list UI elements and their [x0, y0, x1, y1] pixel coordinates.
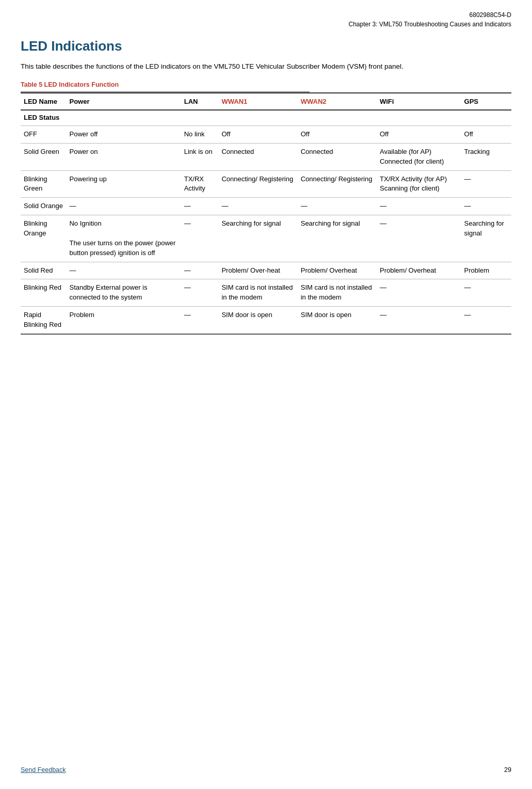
cell-wwan1: Problem/ Over-heat: [218, 262, 297, 279]
cell-wifi: Problem/ Overheat: [377, 262, 461, 279]
cell-wwan1: Off: [218, 126, 297, 144]
cell-power: No Ignition The user turns on the power …: [66, 215, 181, 262]
doc-header: 6802988C54-D Chapter 3: VML750 Troublesh…: [21, 10, 511, 29]
col-header-lan: LAN: [181, 93, 219, 110]
col-header-wwan1: WWAN1: [218, 93, 297, 110]
cell-wwan2: Problem/ Overheat: [298, 262, 377, 279]
cell-lan: —: [181, 307, 219, 334]
cell-wwan1: SIM door is open: [218, 307, 297, 334]
cell-wwan2: Off: [298, 126, 377, 144]
cell-wifi: Available (for AP) Connected (for client…: [377, 143, 461, 170]
footer: Send Feedback 29: [21, 766, 511, 774]
cell-wwan2: —: [298, 198, 377, 215]
cell-wwan2: SIM door is open: [298, 307, 377, 334]
table-row: OFFPower offNo linkOffOffOffOff: [21, 126, 511, 144]
cell-power: Power on: [66, 143, 181, 170]
cell-power: Standby External power is connected to t…: [66, 279, 181, 307]
cell-wwan1: —: [218, 198, 297, 215]
table-row: Rapid Blinking RedProblem—SIM door is op…: [21, 307, 511, 334]
page-title: LED Indications: [21, 38, 511, 54]
cell-lan: Link is on: [181, 143, 219, 170]
cell-wifi: —: [377, 198, 461, 215]
cell-gps: —: [461, 279, 511, 307]
cell-gps: Searching for signal: [461, 215, 511, 262]
cell-gps: Tracking: [461, 143, 511, 170]
table-row: Blinking GreenPowering upTX/RX ActivityC…: [21, 170, 511, 198]
cell-lan: —: [181, 198, 219, 215]
cell-wifi: TX/RX Activity (for AP) Scanning (for cl…: [377, 170, 461, 198]
table-row: Blinking OrangeNo Ignition The user turn…: [21, 215, 511, 262]
cell-lan: No link: [181, 126, 219, 144]
cell-led_name: OFF: [21, 126, 66, 144]
led-status-label: LED Status: [21, 110, 511, 125]
cell-led_name: Solid Red: [21, 262, 66, 279]
cell-power: Powering up: [66, 170, 181, 198]
cell-wifi: —: [377, 307, 461, 334]
cell-wwan1: SIM card is not installed in the modem: [218, 279, 297, 307]
send-feedback-link[interactable]: Send Feedback: [21, 766, 66, 774]
cell-wwan2: Searching for signal: [298, 215, 377, 262]
cell-lan: TX/RX Activity: [181, 170, 219, 198]
col-header-led-name: LED Name: [21, 93, 66, 110]
cell-wwan1: Searching for signal: [218, 215, 297, 262]
col-header-wwan2: WWAN2: [298, 93, 377, 110]
cell-wifi: Off: [377, 126, 461, 144]
cell-led_name: Blinking Red: [21, 279, 66, 307]
doc-chapter: Chapter 3: VML750 Troubleshooting Causes…: [348, 21, 511, 28]
cell-power: —: [66, 262, 181, 279]
cell-led_name: Solid Green: [21, 143, 66, 170]
led-status-row: LED Status: [21, 110, 511, 125]
led-indicators-table: LED Name Power LAN WWAN1 WWAN2 WiFi GPS …: [21, 92, 511, 335]
table-caption: Table 5 LED Indicators Function: [21, 81, 511, 88]
cell-gps: —: [461, 198, 511, 215]
cell-led_name: Blinking Green: [21, 170, 66, 198]
col-header-gps: GPS: [461, 93, 511, 110]
doc-id: 6802988C54-D: [470, 11, 511, 19]
cell-power: Power off: [66, 126, 181, 144]
table-header-row: LED Name Power LAN WWAN1 WWAN2 WiFi GPS: [21, 93, 511, 110]
table-row: Blinking RedStandby External power is co…: [21, 279, 511, 307]
page-number: 29: [504, 766, 511, 774]
cell-wwan2: SIM card is not installed in the modem: [298, 279, 377, 307]
cell-gps: Off: [461, 126, 511, 144]
cell-wwan2: Connecting/ Registering: [298, 170, 377, 198]
cell-led_name: Rapid Blinking Red: [21, 307, 66, 334]
intro-text: This table describes the functions of th…: [21, 61, 511, 72]
cell-wwan1: Connecting/ Registering: [218, 170, 297, 198]
cell-led_name: Blinking Orange: [21, 215, 66, 262]
cell-gps: —: [461, 307, 511, 334]
table-row: Solid GreenPower onLink is onConnectedCo…: [21, 143, 511, 170]
cell-power: Problem: [66, 307, 181, 334]
cell-power: —: [66, 198, 181, 215]
table-row: Solid Orange——————: [21, 198, 511, 215]
cell-wifi: —: [377, 279, 461, 307]
cell-lan: —: [181, 215, 219, 262]
cell-gps: Problem: [461, 262, 511, 279]
cell-gps: —: [461, 170, 511, 198]
table-row: Solid Red——Problem/ Over-heatProblem/ Ov…: [21, 262, 511, 279]
col-header-wifi: WiFi: [377, 93, 461, 110]
cell-lan: —: [181, 262, 219, 279]
cell-wwan2: Connected: [298, 143, 377, 170]
cell-led_name: Solid Orange: [21, 198, 66, 215]
col-header-power: Power: [66, 93, 181, 110]
cell-wifi: —: [377, 215, 461, 262]
cell-lan: —: [181, 279, 219, 307]
cell-wwan1: Connected: [218, 143, 297, 170]
